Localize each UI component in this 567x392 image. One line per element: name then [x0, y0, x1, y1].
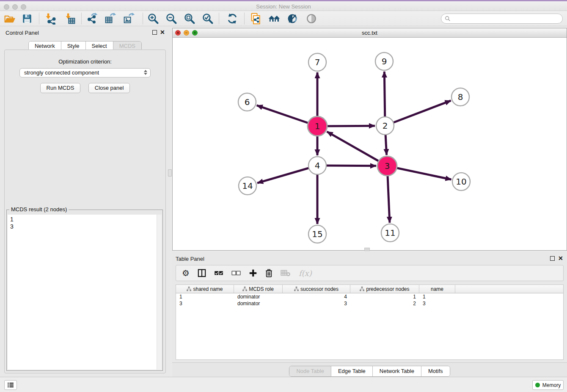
function-builder-icon[interactable]: f(x): [299, 267, 312, 279]
table-settings-gear-icon[interactable]: ⚙: [182, 267, 190, 279]
column-tree-icon: [187, 287, 191, 291]
network-window: ✕ − + scc.txt 7968124314101511: [172, 28, 567, 251]
table-toolbar: ⚙ f(x): [176, 265, 564, 281]
node-label-15: 15: [312, 229, 322, 239]
table-tabs-footer: Node TableEdge TableNetwork TableMotifs: [172, 362, 567, 377]
tab-node-table[interactable]: Node Table: [289, 366, 331, 376]
zoom-out-icon[interactable]: [164, 12, 179, 25]
close-panel-button[interactable]: Close panel: [88, 83, 130, 93]
hide-style-icon[interactable]: [285, 12, 300, 25]
table-row[interactable]: 3dominator323: [176, 300, 563, 307]
zoom-fit-icon[interactable]: [182, 12, 197, 25]
criterion-value: strongly connected component: [24, 69, 99, 76]
criterion-label: Optimization criterion:: [5, 58, 165, 65]
column-header-shared-name[interactable]: shared name: [176, 285, 234, 293]
mcds-tab-content: Optimization criterion: strongly connect…: [4, 50, 166, 373]
table-cell: 1: [350, 293, 419, 300]
table-cell: 3: [176, 300, 234, 307]
node-label-9: 9: [382, 56, 387, 66]
edge-3-1[interactable]: [327, 132, 387, 166]
add-column-plus-icon[interactable]: [249, 267, 257, 279]
show-column-panel-icon[interactable]: [198, 267, 206, 279]
node-label-1: 1: [315, 121, 320, 131]
session-title: Session: New Session: [0, 3, 567, 10]
control-panel-float-icon[interactable]: [152, 30, 157, 35]
control-panel-title: Control Panel: [6, 30, 39, 36]
control-panel-close-icon[interactable]: ✕: [160, 29, 165, 35]
column-tree-icon: [242, 287, 247, 291]
main-toolbar: [0, 11, 567, 26]
save-session-icon[interactable]: [19, 12, 35, 25]
double-home-icon[interactable]: [267, 12, 282, 25]
table-header-row: shared nameMCDS rolesuccessor nodesprede…: [176, 285, 563, 293]
delete-column-trash-icon[interactable]: [265, 267, 272, 279]
import-network-icon[interactable]: [42, 12, 58, 25]
tab-motifs[interactable]: Motifs: [421, 366, 450, 376]
table-panel: Table Panel ✕ ⚙ f(x) shared nameMCDS rol…: [172, 252, 567, 377]
search-icon: [445, 16, 451, 22]
table-panel-float-icon[interactable]: [550, 256, 555, 261]
task-history-button[interactable]: [4, 380, 17, 390]
table-cell: dominator: [234, 293, 283, 300]
table-cell: dominator: [234, 300, 283, 307]
column-header-predecessor-nodes[interactable]: predecessor nodes: [350, 285, 419, 293]
mcds-result-title: MCDS result (2 nodes): [9, 206, 69, 213]
table-cell: 3: [283, 300, 350, 307]
import-table-icon[interactable]: [62, 12, 77, 25]
export-image-icon[interactable]: [121, 12, 137, 25]
column-tree-icon: [360, 287, 364, 291]
zoom-selected-icon[interactable]: [200, 12, 215, 25]
select-all-icon[interactable]: [214, 267, 223, 279]
network-window-titlebar[interactable]: ✕ − + scc.txt: [173, 28, 567, 38]
edge-2-8[interactable]: [385, 101, 451, 126]
network-canvas[interactable]: 7968124314101511: [173, 38, 567, 250]
deselect-all-icon[interactable]: [231, 267, 241, 279]
node-label-6: 6: [245, 97, 250, 107]
tab-network-table[interactable]: Network Table: [372, 366, 421, 376]
network-graph[interactable]: 7968124314101511: [173, 38, 567, 250]
node-label-10: 10: [456, 177, 466, 187]
node-label-11: 11: [385, 228, 395, 238]
list-icon: [7, 382, 14, 388]
open-file-icon[interactable]: [2, 12, 17, 25]
node-label-8: 8: [458, 92, 463, 102]
node-label-14: 14: [242, 181, 253, 191]
network-title: scc.txt: [173, 30, 567, 36]
table-cell: 4: [283, 293, 350, 300]
table-cell: 1: [176, 293, 234, 300]
zoom-in-icon[interactable]: [146, 12, 161, 25]
node-label-3: 3: [385, 161, 390, 171]
column-header-MCDS-role[interactable]: MCDS role: [234, 285, 283, 293]
node-label-7: 7: [315, 57, 320, 67]
window-titlebar: Session: New Session: [0, 0, 567, 11]
column-header-name[interactable]: name: [419, 285, 455, 293]
table-row[interactable]: 1dominator411: [176, 293, 563, 300]
criterion-select[interactable]: strongly connected component: [19, 68, 151, 77]
result-scrollbar[interactable]: [157, 215, 162, 370]
node-table: shared nameMCDS rolesuccessor nodesprede…: [176, 284, 564, 360]
tab-edge-table[interactable]: Edge Table: [331, 366, 372, 376]
run-mcds-button[interactable]: Run MCDS: [40, 83, 81, 93]
table-cell: 3: [419, 300, 455, 307]
duplicate-network-icon[interactable]: [248, 12, 264, 25]
canvas-resize-handle[interactable]: [364, 248, 370, 251]
export-table-icon[interactable]: [103, 12, 118, 25]
show-details-eye-icon[interactable]: [304, 12, 319, 25]
memory-status-icon: [535, 383, 540, 387]
column-header-successor-nodes[interactable]: successor nodes: [283, 285, 350, 293]
result-line: 3: [10, 223, 159, 230]
dropdown-arrows-icon: [144, 70, 147, 75]
export-network-icon[interactable]: [85, 12, 100, 25]
delete-table-icon[interactable]: [281, 267, 291, 279]
mcds-result-list[interactable]: 13: [8, 215, 162, 370]
memory-button[interactable]: Memory: [532, 380, 564, 390]
status-bar: Memory: [0, 377, 567, 392]
table-panel-close-icon[interactable]: ✕: [558, 255, 563, 261]
search-input[interactable]: [441, 14, 563, 24]
refresh-icon[interactable]: [225, 12, 240, 25]
panel-splitter-handle[interactable]: [168, 169, 172, 177]
table-body: 1dominator4113dominator323: [176, 293, 563, 307]
table-panel-title: Table Panel: [176, 256, 204, 262]
table-cell: 2: [350, 300, 419, 307]
table-tabs: Node TableEdge TableNetwork TableMotifs: [289, 366, 450, 377]
